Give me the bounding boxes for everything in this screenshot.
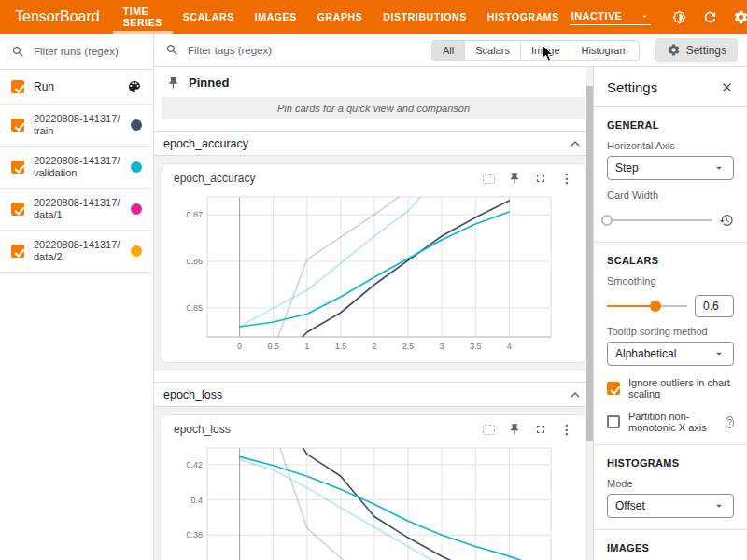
close-icon[interactable] (720, 80, 734, 94)
tab-histograms[interactable]: HISTOGRAMS (477, 0, 570, 34)
reload-status-dropdown[interactable]: INACTIVE (570, 8, 652, 25)
svg-text:1.5: 1.5 (335, 342, 347, 351)
more-options-icon[interactable]: ⋮ (560, 423, 573, 436)
filter-tags-input[interactable]: Filter tags (regex) (188, 45, 423, 56)
refresh-icon[interactable] (701, 8, 718, 25)
chevron-down-icon (712, 499, 726, 512)
group-header-epoch-accuracy[interactable]: epoch_accuracy (154, 131, 593, 156)
filter-all-button[interactable]: All (431, 40, 465, 61)
chevron-down-icon (712, 347, 726, 360)
settings-panel-title: Settings (607, 79, 720, 95)
palette-icon[interactable] (127, 79, 142, 94)
svg-text:0.85: 0.85 (186, 303, 203, 313)
group-title: epoch_loss (163, 388, 567, 401)
settings-button[interactable]: Settings (655, 38, 738, 62)
smoothing-label: Smoothing (607, 275, 734, 287)
tab-graphs[interactable]: GRAPHS (307, 0, 374, 34)
tab-images[interactable]: IMAGES (245, 0, 307, 34)
run-color-dot (131, 203, 142, 215)
chevron-up-icon[interactable] (567, 135, 584, 152)
scrollbar-thumb[interactable] (586, 86, 593, 441)
svg-text:1: 1 (304, 342, 309, 351)
run-color-dot (131, 119, 142, 131)
run-color-dot (131, 245, 142, 257)
section-general: GENERAL (607, 119, 734, 131)
fit-to-data-icon[interactable] (483, 174, 495, 184)
more-options-icon[interactable]: ⋮ (560, 172, 573, 185)
select-all-runs-checkbox[interactable] (11, 80, 24, 93)
tooltip-sorting-label: Tooltip sorting method (607, 326, 734, 337)
svg-text:0.87: 0.87 (186, 210, 203, 219)
histogram-mode-value: Offset (615, 499, 712, 512)
section-histograms: HISTOGRAMS (607, 457, 734, 469)
histogram-mode-dropdown[interactable]: Offset (607, 494, 734, 518)
tab-distributions[interactable]: DISTRIBUTIONS (373, 0, 476, 34)
main-nav: TIME SERIES SCALARS IMAGES GRAPHS DISTRI… (113, 0, 570, 34)
brightness-toggle-icon[interactable] (670, 8, 687, 25)
pin-card-icon[interactable] (508, 423, 521, 436)
partition-x-axis-checkbox[interactable] (607, 415, 620, 428)
run-name: 20220808-141317/data/1 (34, 197, 121, 222)
settings-button-label: Settings (686, 44, 726, 57)
tensorboard-logo[interactable]: TensorBoard (0, 0, 113, 34)
svg-text:0.42: 0.42 (186, 460, 203, 469)
smoothing-input[interactable] (695, 295, 734, 317)
reset-icon[interactable] (719, 213, 734, 228)
filter-runs-placeholder: Filter runs (regex) (34, 46, 119, 57)
tags-toolbar: Filter tags (regex) All Scalars Image Hi… (154, 34, 747, 67)
fullscreen-icon[interactable] (534, 172, 547, 185)
filter-scalars-button[interactable]: Scalars (464, 40, 521, 61)
svg-text:2.5: 2.5 (402, 342, 415, 351)
horizontal-axis-dropdown[interactable]: Step (607, 156, 734, 180)
chevron-down-icon (641, 12, 649, 21)
fit-to-data-icon[interactable] (483, 425, 495, 435)
tooltip-sorting-dropdown[interactable]: Alphabetical (607, 342, 734, 366)
gear-icon[interactable] (732, 8, 747, 25)
run-list-item[interactable]: 20220808-141317/data/1 (0, 189, 153, 231)
partition-x-axis-label: Partition non-monotonic X axis (628, 411, 715, 433)
card-width-slider[interactable] (607, 215, 712, 226)
run-checkbox[interactable] (11, 203, 24, 216)
run-checkbox[interactable] (11, 245, 24, 258)
gear-icon (667, 43, 681, 57)
chevron-down-icon (712, 161, 726, 175)
settings-panel: Settings GENERAL Horizontal Axis Step Ca… (593, 67, 747, 560)
runs-column-label: Run (34, 80, 118, 93)
scalar-card-epoch-loss: epoch_loss ⋮ 0.360.380.40.4200.511.522.5… (162, 414, 585, 560)
tab-time-series[interactable]: TIME SERIES (113, 0, 173, 34)
app-header: TensorBoard TIME SERIES SCALARS IMAGES G… (0, 0, 747, 34)
svg-text:0.38: 0.38 (186, 530, 203, 539)
card-title: epoch_accuracy (174, 172, 483, 185)
svg-text:3: 3 (440, 342, 444, 351)
svg-text:0: 0 (237, 342, 242, 351)
run-checkbox[interactable] (11, 119, 24, 132)
horizontal-axis-label: Horizontal Axis (607, 140, 734, 151)
pin-card-icon[interactable] (508, 172, 521, 185)
filter-runs-search[interactable]: Filter runs (regex) (0, 34, 153, 70)
svg-text:3.5: 3.5 (470, 342, 482, 351)
ignore-outliers-checkbox[interactable] (607, 382, 620, 395)
run-list-item[interactable]: 20220808-141317/train (0, 105, 153, 147)
group-header-epoch-loss[interactable]: epoch_loss (154, 382, 593, 407)
run-checkbox[interactable] (11, 161, 24, 174)
fullscreen-icon[interactable] (534, 423, 547, 436)
chevron-up-icon[interactable] (567, 386, 584, 403)
main-content: Filter tags (regex) All Scalars Image Hi… (154, 34, 747, 560)
run-color-dot (131, 161, 142, 173)
smoothing-slider[interactable] (607, 301, 687, 312)
section-scalars: SCALARS (607, 255, 734, 266)
epoch-loss-chart[interactable]: 0.360.380.40.4200.511.522.533.54 (174, 445, 560, 560)
help-icon[interactable]: ? (726, 416, 734, 428)
card-title: epoch_loss (174, 423, 483, 436)
filter-histogram-button[interactable]: Histogram (571, 40, 640, 61)
tag-filter-group: All Scalars Image Histogram (431, 40, 640, 61)
horizontal-axis-value: Step (615, 161, 712, 175)
epoch-accuracy-chart[interactable]: 0.850.860.8700.511.522.533.54 (174, 194, 560, 353)
run-list-item[interactable]: 20220808-141317/validation (0, 147, 153, 189)
search-icon (165, 43, 179, 57)
vertical-scrollbar[interactable] (586, 67, 593, 560)
tooltip-sorting-value: Alphabetical (615, 347, 712, 360)
tab-scalars[interactable]: SCALARS (173, 0, 245, 34)
filter-image-button[interactable]: Image (520, 40, 571, 61)
run-list-item[interactable]: 20220808-141317/data/2 (0, 231, 153, 273)
